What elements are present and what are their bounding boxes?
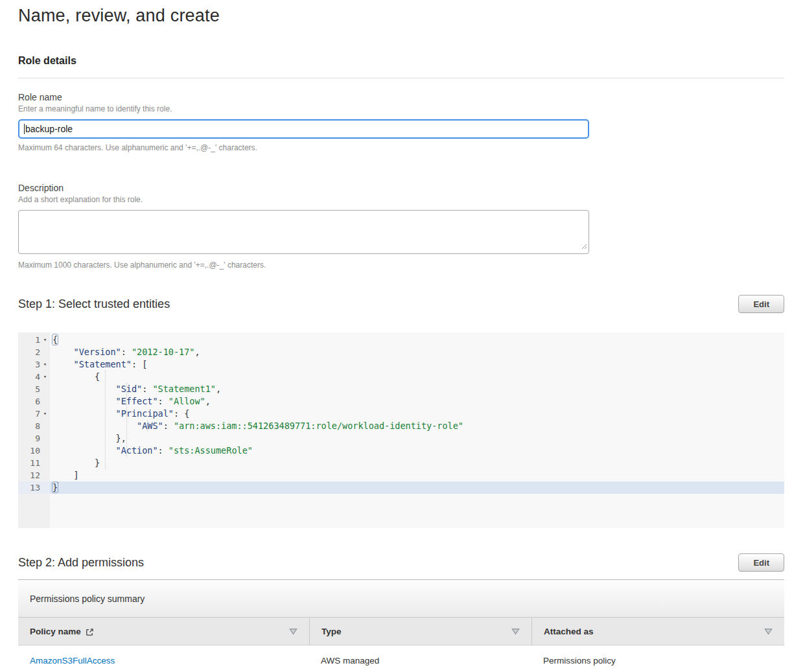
column-header-type[interactable]: Type	[309, 618, 531, 645]
editor-cursor	[58, 482, 58, 492]
policy-json-editor[interactable]: 1▾23▾4▾567▾8910111213 { "Version": "2012…	[18, 332, 784, 528]
policy-name-link[interactable]: AmazonS3FullAccess	[30, 656, 115, 666]
table-row: AmazonS3FullAccessAWS managedPermissions…	[18, 645, 784, 672]
external-link-icon	[86, 628, 94, 636]
gutter-line: 11	[18, 457, 50, 469]
edit-permissions-button[interactable]: Edit	[738, 553, 784, 572]
fold-arrow-icon[interactable]: ▾	[40, 334, 50, 346]
description-help: Add a short explanation for this role.	[18, 195, 784, 204]
role-name-label: Role name	[18, 92, 784, 102]
filter-icon[interactable]	[511, 629, 520, 635]
gutter-line: 9	[18, 432, 50, 445]
code-line[interactable]: "Sid": "Statement1",	[50, 383, 784, 395]
filter-icon[interactable]	[764, 629, 773, 635]
gutter-line: 10	[18, 445, 50, 457]
code-line[interactable]: ]	[50, 469, 784, 481]
code-line[interactable]: }	[50, 481, 784, 494]
filter-icon[interactable]	[289, 629, 298, 635]
editor-gutter: 1▾23▾4▾567▾8910111213	[18, 332, 50, 528]
attached-as-cell: Permissions policy	[531, 645, 784, 672]
column-header-label: Policy name	[30, 627, 81, 636]
permissions-panel-title: Permissions policy summary	[30, 594, 145, 604]
editor-code[interactable]: { "Version": "2012-10-17", "Statement": …	[50, 332, 784, 528]
step2-header-row: Step 2: Add permissions Edit	[18, 553, 784, 572]
gutter-line: 6	[18, 395, 50, 408]
step1-heading: Step 1: Select trusted entities	[18, 297, 170, 311]
code-line[interactable]: }	[50, 457, 784, 469]
table-header-row: Policy nameTypeAttached as	[18, 618, 784, 645]
fold-arrow-icon[interactable]: ▾	[40, 408, 50, 420]
role-details-heading: Role details	[18, 55, 784, 67]
page-title: Name, review, and create	[18, 0, 784, 26]
gutter-line: 4▾	[18, 371, 50, 383]
code-line[interactable]: "Effect": "Allow",	[50, 395, 784, 408]
fold-arrow-icon[interactable]: ▾	[40, 358, 50, 371]
code-line[interactable]: "Action": "sts:AssumeRole"	[50, 445, 784, 457]
page: Name, review, and create Role details Ro…	[18, 0, 784, 672]
gutter-line: 12	[18, 469, 50, 481]
policy-type-cell: AWS managed	[309, 645, 531, 672]
text-cursor	[24, 124, 25, 134]
indent-guide	[126, 383, 127, 457]
gutter-line: 3▾	[18, 358, 50, 371]
gutter-line: 2	[18, 346, 50, 358]
edit-trusted-entities-button[interactable]: Edit	[738, 295, 784, 313]
code-line[interactable]: },	[50, 432, 784, 445]
code-line[interactable]: {	[50, 371, 784, 383]
gutter-line: 7▾	[18, 408, 50, 420]
role-name-input[interactable]: backup-role	[18, 119, 589, 139]
code-line[interactable]: "Statement": [	[50, 358, 784, 371]
description-constraint: Maximum 1000 characters. Use alphanumeri…	[18, 261, 784, 270]
gutter-line: 1▾	[18, 334, 50, 346]
role-name-help: Enter a meaningful name to identify this…	[18, 104, 784, 113]
code-line[interactable]: "AWS": "arn:aws:iam::541263489771:role/w…	[50, 420, 784, 432]
indent-guide	[147, 420, 148, 432]
resize-handle-icon[interactable]	[581, 240, 587, 252]
permissions-panel-header: Permissions policy summary	[18, 580, 784, 618]
permissions-panel: Permissions policy summary Policy nameTy…	[18, 579, 784, 672]
code-line[interactable]: "Principal": {	[50, 408, 784, 420]
description-textarea[interactable]	[18, 210, 589, 254]
code-line[interactable]: "Version": "2012-10-17",	[50, 346, 784, 358]
gutter-line: 13	[18, 481, 50, 494]
code-line[interactable]: {	[50, 334, 784, 346]
gutter-line: 5	[18, 383, 50, 395]
table-body: AmazonS3FullAccessAWS managedPermissions…	[18, 645, 784, 672]
step2-heading: Step 2: Add permissions	[18, 556, 144, 570]
fold-arrow-icon[interactable]: ▾	[40, 371, 50, 383]
gutter-line: 8	[18, 420, 50, 432]
column-header-policy-name[interactable]: Policy name	[18, 618, 309, 645]
column-header-attached-as[interactable]: Attached as	[531, 618, 784, 645]
description-label: Description	[18, 183, 784, 193]
column-header-label: Type	[321, 627, 342, 636]
role-name-constraint: Maximum 64 characters. Use alphanumeric …	[18, 143, 784, 152]
role-name-value: backup-role	[25, 124, 73, 134]
step1-header-row: Step 1: Select trusted entities Edit	[18, 295, 784, 313]
column-header-label: Attached as	[544, 627, 594, 636]
indent-guide	[105, 371, 106, 469]
divider	[18, 78, 784, 78]
